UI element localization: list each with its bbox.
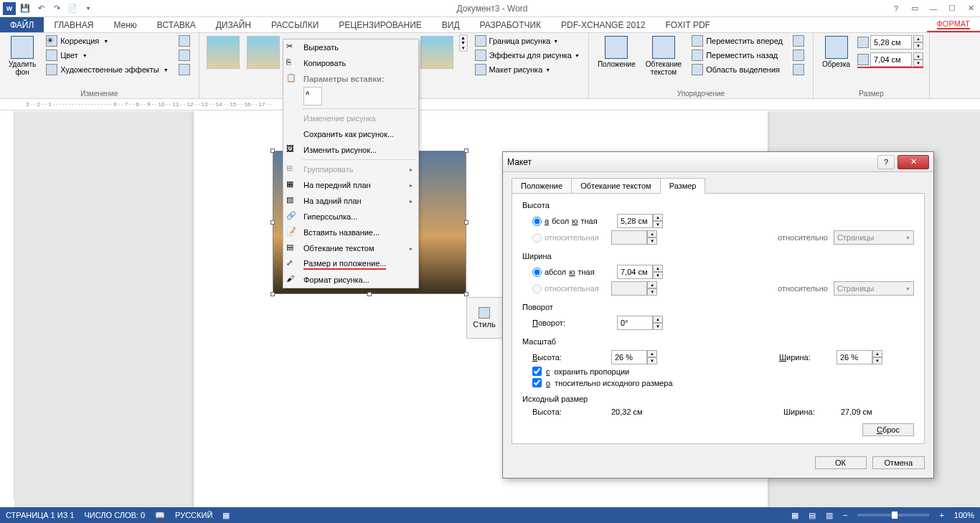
height-input[interactable] bbox=[870, 35, 912, 50]
tab-view[interactable]: ВИД bbox=[432, 17, 470, 32]
ctx-bring-front[interactable]: ▦На передний план▸ bbox=[283, 177, 418, 193]
picture-border-button[interactable]: Граница рисунка▼ bbox=[472, 34, 583, 47]
ctx-wrap-text[interactable]: ▤Обтекание текстом▸ bbox=[283, 240, 418, 256]
spin-down-icon[interactable]: ▼ bbox=[913, 42, 923, 50]
ctx-format-picture[interactable]: 🖌Формат рисунка... bbox=[283, 272, 418, 288]
view-read-icon[interactable]: ▤ bbox=[809, 511, 816, 520]
status-words[interactable]: ЧИСЛО СЛОВ: 0 bbox=[85, 511, 146, 519]
height-absolute-radio[interactable]: абсолютная bbox=[532, 217, 611, 226]
status-macro-icon[interactable]: ▦ bbox=[222, 511, 230, 520]
ctx-hyperlink[interactable]: 🔗Гиперссылка... bbox=[283, 209, 418, 225]
rotate-button[interactable] bbox=[790, 63, 807, 76]
reset-pic-button[interactable] bbox=[176, 63, 193, 76]
rel-original-check[interactable]: относительно исходного размера bbox=[532, 378, 914, 387]
tab-insert[interactable]: ВСТАВКА bbox=[147, 17, 206, 32]
scale-w-input[interactable] bbox=[837, 350, 872, 364]
width-input[interactable] bbox=[870, 52, 912, 67]
ribbon-options-icon[interactable]: ▭ bbox=[908, 2, 921, 15]
tab-review[interactable]: РЕЦЕНЗИРОВАНИЕ bbox=[329, 17, 431, 32]
crop-button[interactable]: Обрезка bbox=[819, 34, 853, 70]
back-icon: ▧ bbox=[286, 195, 298, 207]
ctx-save-as-picture[interactable]: Сохранить как рисунок... bbox=[283, 126, 418, 142]
close-icon[interactable]: ✕ bbox=[964, 2, 977, 15]
spin-up-icon[interactable]: ▲ bbox=[913, 52, 923, 60]
width-absolute-radio[interactable]: абсолютная bbox=[532, 268, 611, 277]
height-relative-radio[interactable]: относительная bbox=[532, 233, 606, 242]
dlg-tab-position[interactable]: Положение bbox=[512, 178, 572, 194]
ctx-change-picture[interactable]: 🖼Изменить рисунок... bbox=[283, 142, 418, 158]
spin-up-icon[interactable]: ▲ bbox=[913, 35, 923, 42]
orig-h-value: 20,32 см bbox=[611, 407, 661, 416]
zoom-in-button[interactable]: + bbox=[939, 511, 943, 519]
tab-file[interactable]: ФАЙЛ bbox=[0, 17, 44, 32]
width-relative-radio[interactable]: относительная bbox=[532, 284, 606, 293]
mini-style-button[interactable]: Стиль bbox=[467, 298, 501, 338]
status-proofing-icon[interactable]: 📖 bbox=[155, 511, 165, 520]
tab-developer[interactable]: РАЗРАБОТЧИК bbox=[470, 17, 552, 32]
align-button[interactable] bbox=[790, 34, 807, 47]
minimize-icon[interactable]: — bbox=[927, 2, 940, 15]
dlg-tab-size[interactable]: Размер bbox=[660, 178, 706, 194]
change-pic-button[interactable] bbox=[176, 49, 193, 62]
view-print-icon[interactable]: ▦ bbox=[791, 511, 798, 520]
styles-gallery-more[interactable]: ▲▼▾ bbox=[459, 34, 468, 52]
height-abs-input[interactable] bbox=[617, 214, 653, 228]
dialog-help-button[interactable]: ? bbox=[877, 155, 895, 169]
height-spinner[interactable]: ▲▼ bbox=[857, 35, 923, 50]
ok-button[interactable]: ОК bbox=[815, 456, 867, 469]
qat-dropdown-icon[interactable]: ▼ bbox=[82, 2, 95, 15]
width-spinner[interactable]: ▲▼ bbox=[857, 52, 923, 68]
picture-style-3[interactable] bbox=[420, 36, 453, 69]
tab-design[interactable]: ДИЗАЙН bbox=[206, 17, 261, 32]
maximize-icon[interactable]: ☐ bbox=[946, 2, 958, 15]
zoom-out-button[interactable]: − bbox=[843, 511, 847, 519]
group-button[interactable] bbox=[790, 49, 807, 62]
compress-button[interactable] bbox=[176, 34, 193, 47]
color-button[interactable]: Цвет▼ bbox=[43, 49, 171, 62]
ctx-copy[interactable]: ⎘Копировать bbox=[283, 55, 418, 71]
undo-icon[interactable]: ↶ bbox=[34, 2, 47, 15]
paste-option-1[interactable]: A bbox=[303, 87, 322, 105]
picture-layout-button[interactable]: Макет рисунка▼ bbox=[472, 63, 583, 76]
cancel-button[interactable]: Отмена bbox=[872, 456, 925, 469]
picture-style-1[interactable] bbox=[207, 36, 240, 69]
help-icon[interactable]: ? bbox=[890, 2, 903, 15]
tab-foxit[interactable]: Foxit PDF bbox=[655, 17, 720, 32]
redo-icon[interactable]: ↷ bbox=[50, 2, 63, 15]
bring-forward-button[interactable]: Переместить вперед bbox=[689, 34, 786, 47]
dialog-close-button[interactable]: ✕ bbox=[897, 155, 929, 169]
position-button[interactable]: Положение bbox=[595, 34, 639, 70]
dialog-titlebar[interactable]: Макет ? ✕ bbox=[503, 152, 933, 172]
lock-aspect-check[interactable]: сохранить пропорции bbox=[532, 367, 914, 376]
dlg-tab-wrap[interactable]: Обтекание текстом bbox=[571, 178, 661, 194]
tab-menu[interactable]: Меню bbox=[103, 17, 146, 32]
status-page[interactable]: СТРАНИЦА 1 ИЗ 1 bbox=[6, 511, 75, 519]
status-lang[interactable]: РУССКИЙ bbox=[175, 511, 212, 519]
picture-style-2[interactable] bbox=[247, 36, 280, 69]
view-web-icon[interactable]: ▥ bbox=[826, 511, 833, 520]
ctx-insert-caption[interactable]: 📝Вставить название... bbox=[283, 225, 418, 240]
zoom-slider[interactable] bbox=[857, 514, 929, 517]
tab-pdfx[interactable]: PDF-XChange 2012 bbox=[551, 17, 655, 32]
tab-mailings[interactable]: РАССЫЛКИ bbox=[261, 17, 329, 32]
selection-pane-button[interactable]: Область выделения bbox=[689, 63, 786, 76]
scale-h-input[interactable] bbox=[611, 350, 647, 364]
artistic-effects-button[interactable]: Художественные эффекты▼ bbox=[43, 63, 171, 76]
width-abs-input[interactable] bbox=[617, 265, 653, 279]
new-doc-icon[interactable]: 📄 bbox=[66, 2, 79, 15]
ctx-cut[interactable]: ✂Вырезать bbox=[283, 39, 418, 55]
tab-home[interactable]: ГЛАВНАЯ bbox=[44, 17, 103, 32]
picture-effects-button[interactable]: Эффекты для рисунка▼ bbox=[472, 49, 583, 62]
ctx-send-back[interactable]: ▧На задний план▸ bbox=[283, 193, 418, 209]
corrections-button[interactable]: ☀Коррекция▼ bbox=[43, 34, 171, 47]
reset-button[interactable]: Сброс bbox=[862, 423, 914, 436]
send-backward-button[interactable]: Переместить назад bbox=[689, 49, 786, 62]
remove-background-button[interactable]: Удалить фон bbox=[6, 34, 39, 77]
wrap-text-button[interactable]: Обтекание текстом bbox=[643, 34, 684, 77]
spin-down-icon[interactable]: ▼ bbox=[913, 60, 923, 67]
tab-format[interactable]: ФОРМАТ bbox=[927, 17, 981, 32]
zoom-level[interactable]: 100% bbox=[954, 511, 974, 519]
ctx-size-position[interactable]: ⤢Размер и положение... bbox=[283, 256, 418, 272]
save-icon[interactable]: 💾 bbox=[19, 2, 32, 15]
rotation-input[interactable] bbox=[617, 316, 653, 330]
